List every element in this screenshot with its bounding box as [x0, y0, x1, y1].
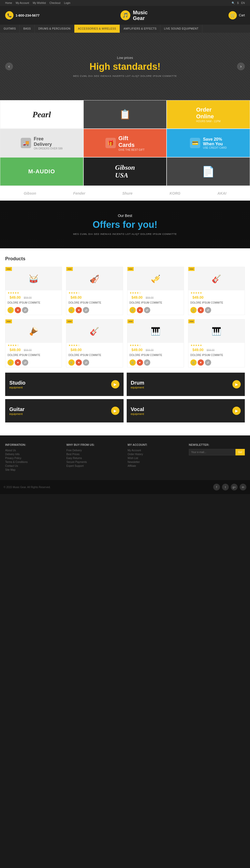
add-to-wishlist-7[interactable]: ♥ — [198, 360, 204, 366]
category-vocal-btn[interactable]: ▶ — [233, 407, 241, 415]
phone-icon: 📞 — [5, 11, 13, 20]
compare-0[interactable]: ⇄ — [22, 307, 28, 313]
nav-bass[interactable]: BASS — [20, 25, 35, 33]
brand-shure[interactable]: Shure — [122, 191, 133, 195]
promo-maudio[interactable]: M-AUDIO — [0, 157, 83, 186]
footer-newsletter-link[interactable]: Newsletter — [128, 461, 184, 463]
compare-3[interactable]: ⇄ — [205, 307, 211, 313]
promo-pearl[interactable]: Pearl — [0, 100, 83, 129]
product-badge-1: new — [66, 267, 73, 271]
promo-save[interactable]: 💳 Save 20% When You USE CREDIT CARD — [167, 129, 250, 157]
add-to-wishlist-2[interactable]: ♥ — [137, 307, 143, 313]
compare-7[interactable]: ⇄ — [205, 360, 211, 366]
product-price-row-3: $49.00 — [188, 294, 245, 301]
category-vocal[interactable]: Vocal equipment ▶ — [127, 399, 245, 423]
compare-2[interactable]: ⇄ — [144, 307, 150, 313]
promo-gibson[interactable]: Gibson USA — [83, 157, 167, 186]
add-to-cart-3[interactable]: 🛒 — [190, 307, 197, 313]
phone-number: 1-800-234-5677 — [15, 13, 40, 18]
add-to-cart-5[interactable]: 🛒 — [68, 360, 75, 366]
category-drum[interactable]: Drum equipment ▶ — [127, 373, 245, 396]
topbar-home[interactable]: Home — [5, 2, 12, 4]
linkedin-icon[interactable]: in — [240, 484, 246, 490]
social-icons: f t g+ in — [213, 484, 246, 490]
product-actions-2: 🛒 ♥ ⇄ — [128, 305, 184, 315]
add-to-cart-2[interactable]: 🛒 — [130, 307, 136, 313]
category-drum-btn[interactable]: ▶ — [233, 380, 241, 389]
compare-6[interactable]: ⇄ — [144, 360, 150, 366]
footer-wishlist[interactable]: Wish List — [128, 457, 184, 460]
search-icon[interactable]: 🔍 — [231, 2, 235, 4]
footer-delivery[interactable]: Delivery Info — [5, 453, 61, 456]
hero-next-button[interactable]: › — [237, 63, 245, 70]
add-to-wishlist-6[interactable]: ♥ — [137, 360, 143, 366]
footer-about[interactable]: About Us — [5, 449, 61, 452]
category-studio[interactable]: Studio equipment ▶ — [5, 373, 123, 396]
language-selector[interactable]: EN — [241, 2, 245, 4]
product-actions-0: 🛒 ♥ ⇄ — [5, 305, 62, 315]
footer-why-support[interactable]: Expert Support — [66, 464, 122, 467]
footer-contact[interactable]: Contact Us — [5, 464, 61, 467]
promo-order-icon-cell[interactable]: 📋 — [83, 100, 167, 129]
newsletter-input[interactable] — [189, 449, 236, 456]
product-name-5: DOLORE IPSUM COMMITE — [66, 353, 122, 358]
nav-live-sound[interactable]: LIVE SOUND EQUIPMENT — [160, 25, 202, 33]
add-to-wishlist-0[interactable]: ♥ — [15, 307, 21, 313]
compare-4[interactable]: ⇄ — [22, 360, 28, 366]
googleplus-icon[interactable]: g+ — [231, 484, 238, 490]
twitter-icon[interactable]: t — [222, 484, 229, 490]
category-guitar[interactable]: Guitar equipment ▶ — [5, 399, 123, 423]
product-card-6: new 🎹 ★★★★☆ $49.00 $59.00 DOLORE IPSUM C… — [127, 319, 184, 367]
topbar-account[interactable]: My Account — [16, 2, 29, 4]
promo-order-online[interactable]: Order Online HOURS 9AM - 11PM — [167, 100, 250, 129]
brand-akai[interactable]: AKAI — [217, 191, 226, 195]
add-to-wishlist-4[interactable]: ♥ — [15, 360, 21, 366]
currency-selector[interactable]: $ — [237, 2, 239, 4]
nav-amplifiers[interactable]: AMPLIFIERS & EFFECTS — [120, 25, 160, 33]
compare-1[interactable]: ⇄ — [83, 307, 89, 313]
category-guitar-btn[interactable]: ▶ — [111, 407, 119, 415]
footer-terms[interactable]: Terms & Conditions — [5, 461, 61, 463]
nav-drums[interactable]: DRUMS & PERCUSSION — [35, 25, 74, 33]
footer-my-account[interactable]: My Account — [128, 449, 184, 452]
add-to-cart-0[interactable]: 🛒 — [7, 307, 14, 313]
add-to-cart-4[interactable]: 🛒 — [7, 360, 14, 366]
promo-doc[interactable]: 📄 — [167, 157, 250, 186]
footer-why-returns[interactable]: Easy Returns — [66, 457, 122, 460]
add-to-wishlist-3[interactable]: ♥ — [198, 307, 204, 313]
cart-icon[interactable]: 🛒 — [228, 11, 237, 20]
footer-sitemap[interactable]: Site Map — [5, 468, 61, 471]
category-studio-btn[interactable]: ▶ — [111, 380, 119, 389]
cart-label[interactable]: Cart — [239, 13, 245, 17]
footer-why-payments[interactable]: Secure Payments — [66, 461, 122, 463]
promo-free-delivery[interactable]: 🚚 Free Delivery ON ORDERS OVER 599 — [0, 129, 83, 157]
topbar-wishlist[interactable]: My Wishlist — [33, 2, 46, 4]
footer-why-prices[interactable]: Best Prices — [66, 453, 122, 456]
hero-prev-button[interactable]: ‹ — [5, 63, 13, 70]
footer-affiliate[interactable]: Affiliate — [128, 464, 184, 467]
nav-accessories[interactable]: ACCESSORIES & WIRELESS — [74, 25, 120, 33]
topbar-login[interactable]: Login — [64, 2, 70, 4]
brand-fender[interactable]: Fender — [73, 191, 85, 195]
nav-guitars[interactable]: GUITARS — [0, 25, 20, 33]
footer-privacy[interactable]: Privacy Policy — [5, 457, 61, 460]
footer-info-title: Information: — [5, 443, 61, 446]
footer-why-delivery[interactable]: Free Delivery — [66, 449, 122, 452]
facebook-icon[interactable]: f — [213, 484, 220, 490]
footer-order-history[interactable]: Order History — [128, 453, 184, 456]
add-to-cart-6[interactable]: 🛒 — [130, 360, 136, 366]
add-to-wishlist-5[interactable]: ♥ — [76, 360, 82, 366]
brands-bar: Gibson Fender Shure KORG AKAI — [0, 186, 250, 200]
add-to-cart-7[interactable]: 🛒 — [190, 360, 197, 366]
add-to-cart-1[interactable]: 🛒 — [68, 307, 75, 313]
promo-gift-cards[interactable]: 🎁 Gift Cards GIVE THE BEST GIFT — [83, 129, 167, 157]
category-grid: Studio equipment ▶ Drum equipment ▶ Guit… — [5, 373, 245, 423]
brand-korg[interactable]: KORG — [170, 191, 181, 195]
newsletter-submit[interactable]: Go! — [236, 449, 245, 456]
topbar-checkout[interactable]: Checkout — [49, 2, 60, 4]
gift-cards-text: Gift Cards GIVE THE BEST GIFT — [118, 135, 145, 151]
compare-5[interactable]: ⇄ — [83, 360, 89, 366]
add-to-wishlist-1[interactable]: ♥ — [76, 307, 82, 313]
brand-gibson[interactable]: Gibson — [24, 191, 36, 195]
logo[interactable]: 🎵 MusicGear — [120, 9, 148, 21]
